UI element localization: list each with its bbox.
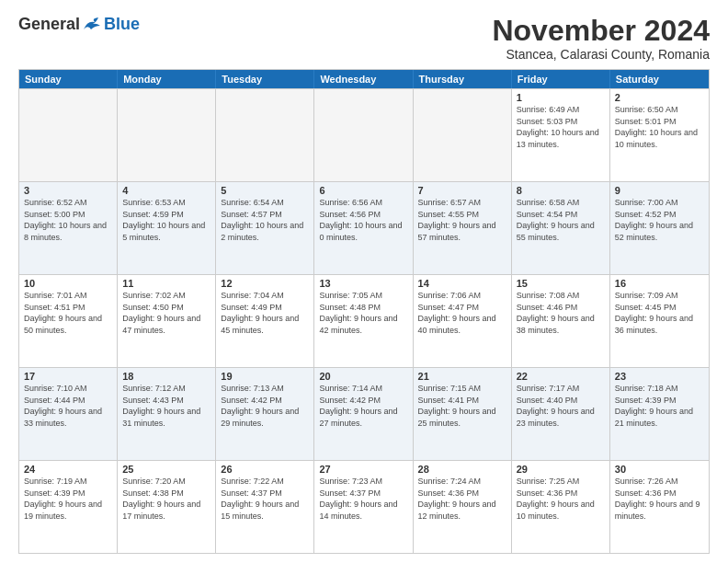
cal-row-2: 10Sunrise: 7:01 AM Sunset: 4:51 PM Dayli…: [19, 274, 709, 367]
day-info: Sunrise: 7:00 AM Sunset: 4:52 PM Dayligh…: [615, 198, 693, 242]
day-number: 6: [319, 185, 407, 196]
day-info: Sunrise: 6:54 AM Sunset: 4:57 PM Dayligh…: [221, 198, 303, 242]
cal-cell-empty: [414, 89, 512, 181]
title-section: November 2024 Stancea, Calarasi County, …: [492, 15, 710, 62]
day-number: 29: [517, 464, 605, 475]
cal-cell-day-26: 26Sunrise: 7:22 AM Sunset: 4:37 PM Dayli…: [216, 461, 314, 553]
day-number: 7: [418, 185, 506, 196]
day-number: 23: [615, 371, 704, 382]
cal-cell-empty: [19, 89, 118, 181]
day-number: 9: [615, 185, 704, 196]
day-info: Sunrise: 7:23 AM Sunset: 4:37 PM Dayligh…: [319, 477, 397, 521]
cal-cell-day-12: 12Sunrise: 7:04 AM Sunset: 4:49 PM Dayli…: [216, 275, 314, 367]
logo-text: General Blue: [18, 15, 140, 34]
cal-cell-day-3: 3Sunrise: 6:52 AM Sunset: 5:00 PM Daylig…: [19, 182, 118, 274]
day-info: Sunrise: 7:13 AM Sunset: 4:42 PM Dayligh…: [221, 384, 299, 428]
day-number: 30: [615, 464, 704, 475]
day-number: 1: [517, 92, 605, 103]
cal-cell-day-15: 15Sunrise: 7:08 AM Sunset: 4:46 PM Dayli…: [512, 275, 610, 367]
cal-cell-day-21: 21Sunrise: 7:15 AM Sunset: 4:41 PM Dayli…: [414, 368, 512, 460]
calendar: Sunday Monday Tuesday Wednesday Thursday…: [18, 69, 710, 554]
day-number: 5: [221, 185, 309, 196]
day-number: 18: [122, 371, 210, 382]
day-number: 24: [24, 464, 112, 475]
day-info: Sunrise: 7:17 AM Sunset: 4:40 PM Dayligh…: [517, 384, 595, 428]
cal-cell-day-24: 24Sunrise: 7:19 AM Sunset: 4:39 PM Dayli…: [19, 461, 118, 553]
cal-cell-day-6: 6Sunrise: 6:56 AM Sunset: 4:56 PM Daylig…: [314, 182, 413, 274]
cal-cell-empty: [314, 89, 413, 181]
day-number: 22: [517, 371, 605, 382]
logo-blue: Blue: [104, 15, 140, 34]
day-info: Sunrise: 6:57 AM Sunset: 4:55 PM Dayligh…: [418, 198, 496, 242]
cal-cell-day-8: 8Sunrise: 6:58 AM Sunset: 4:54 PM Daylig…: [512, 182, 610, 274]
day-info: Sunrise: 7:15 AM Sunset: 4:41 PM Dayligh…: [418, 384, 496, 428]
day-info: Sunrise: 7:10 AM Sunset: 4:44 PM Dayligh…: [24, 384, 102, 428]
cal-cell-day-19: 19Sunrise: 7:13 AM Sunset: 4:42 PM Dayli…: [216, 368, 314, 460]
day-number: 16: [615, 278, 704, 289]
calendar-body: 1Sunrise: 6:49 AM Sunset: 5:03 PM Daylig…: [19, 88, 709, 553]
day-info: Sunrise: 7:04 AM Sunset: 4:49 PM Dayligh…: [221, 291, 299, 335]
cal-cell-day-14: 14Sunrise: 7:06 AM Sunset: 4:47 PM Dayli…: [414, 275, 512, 367]
logo-general: General: [18, 15, 80, 34]
header-tuesday: Tuesday: [216, 70, 314, 88]
day-info: Sunrise: 7:22 AM Sunset: 4:37 PM Dayligh…: [221, 477, 299, 521]
cal-row-0: 1Sunrise: 6:49 AM Sunset: 5:03 PM Daylig…: [19, 88, 709, 181]
calendar-header: Sunday Monday Tuesday Wednesday Thursday…: [19, 70, 709, 88]
cal-cell-day-10: 10Sunrise: 7:01 AM Sunset: 4:51 PM Dayli…: [19, 275, 118, 367]
day-info: Sunrise: 6:49 AM Sunset: 5:03 PM Dayligh…: [517, 105, 599, 149]
day-info: Sunrise: 6:53 AM Sunset: 4:59 PM Dayligh…: [122, 198, 205, 242]
day-number: 28: [418, 464, 506, 475]
day-info: Sunrise: 7:05 AM Sunset: 4:48 PM Dayligh…: [319, 291, 397, 335]
day-number: 17: [24, 371, 112, 382]
day-number: 8: [517, 185, 605, 196]
header-sunday: Sunday: [19, 70, 118, 88]
day-info: Sunrise: 7:02 AM Sunset: 4:50 PM Dayligh…: [122, 291, 200, 335]
header-thursday: Thursday: [414, 70, 512, 88]
day-number: 27: [319, 464, 407, 475]
day-info: Sunrise: 7:14 AM Sunset: 4:42 PM Dayligh…: [319, 384, 397, 428]
cal-cell-day-30: 30Sunrise: 7:26 AM Sunset: 4:36 PM Dayli…: [610, 461, 709, 553]
cal-cell-day-29: 29Sunrise: 7:25 AM Sunset: 4:36 PM Dayli…: [512, 461, 610, 553]
cal-cell-day-28: 28Sunrise: 7:24 AM Sunset: 4:36 PM Dayli…: [414, 461, 512, 553]
day-number: 19: [221, 371, 309, 382]
cal-row-1: 3Sunrise: 6:52 AM Sunset: 5:00 PM Daylig…: [19, 181, 709, 274]
logo-bird-icon: [82, 17, 102, 33]
cal-cell-day-23: 23Sunrise: 7:18 AM Sunset: 4:39 PM Dayli…: [610, 368, 709, 460]
day-info: Sunrise: 7:12 AM Sunset: 4:43 PM Dayligh…: [122, 384, 200, 428]
cal-cell-day-11: 11Sunrise: 7:02 AM Sunset: 4:50 PM Dayli…: [118, 275, 216, 367]
day-number: 21: [418, 371, 506, 382]
header-monday: Monday: [118, 70, 216, 88]
day-number: 10: [24, 278, 112, 289]
cal-row-4: 24Sunrise: 7:19 AM Sunset: 4:39 PM Dayli…: [19, 460, 709, 553]
day-number: 15: [517, 278, 605, 289]
cal-cell-day-1: 1Sunrise: 6:49 AM Sunset: 5:03 PM Daylig…: [512, 89, 610, 181]
day-info: Sunrise: 7:09 AM Sunset: 4:45 PM Dayligh…: [615, 291, 693, 335]
cal-cell-empty: [216, 89, 314, 181]
header-saturday: Saturday: [610, 70, 709, 88]
day-info: Sunrise: 7:20 AM Sunset: 4:38 PM Dayligh…: [122, 477, 200, 521]
day-info: Sunrise: 7:26 AM Sunset: 4:36 PM Dayligh…: [615, 477, 700, 521]
page: General Blue November 2024 Stancea, Cala…: [0, 0, 728, 563]
day-number: 25: [122, 464, 210, 475]
cal-cell-day-18: 18Sunrise: 7:12 AM Sunset: 4:43 PM Dayli…: [118, 368, 216, 460]
day-info: Sunrise: 6:58 AM Sunset: 4:54 PM Dayligh…: [517, 198, 595, 242]
cal-cell-empty: [118, 89, 216, 181]
cal-cell-day-2: 2Sunrise: 6:50 AM Sunset: 5:01 PM Daylig…: [610, 89, 709, 181]
cal-cell-day-25: 25Sunrise: 7:20 AM Sunset: 4:38 PM Dayli…: [118, 461, 216, 553]
cal-cell-day-16: 16Sunrise: 7:09 AM Sunset: 4:45 PM Dayli…: [610, 275, 709, 367]
cal-cell-day-5: 5Sunrise: 6:54 AM Sunset: 4:57 PM Daylig…: [216, 182, 314, 274]
day-info: Sunrise: 7:18 AM Sunset: 4:39 PM Dayligh…: [615, 384, 693, 428]
day-info: Sunrise: 7:19 AM Sunset: 4:39 PM Dayligh…: [24, 477, 102, 521]
day-number: 2: [615, 92, 704, 103]
day-info: Sunrise: 6:50 AM Sunset: 5:01 PM Dayligh…: [615, 105, 698, 149]
day-info: Sunrise: 7:25 AM Sunset: 4:36 PM Dayligh…: [517, 477, 595, 521]
cal-cell-day-13: 13Sunrise: 7:05 AM Sunset: 4:48 PM Dayli…: [314, 275, 413, 367]
cal-cell-day-27: 27Sunrise: 7:23 AM Sunset: 4:37 PM Dayli…: [314, 461, 413, 553]
day-number: 11: [122, 278, 210, 289]
cal-cell-day-17: 17Sunrise: 7:10 AM Sunset: 4:44 PM Dayli…: [19, 368, 118, 460]
day-number: 4: [122, 185, 210, 196]
cal-cell-day-20: 20Sunrise: 7:14 AM Sunset: 4:42 PM Dayli…: [314, 368, 413, 460]
header: General Blue November 2024 Stancea, Cala…: [18, 15, 710, 62]
day-number: 20: [319, 371, 407, 382]
day-number: 26: [221, 464, 309, 475]
